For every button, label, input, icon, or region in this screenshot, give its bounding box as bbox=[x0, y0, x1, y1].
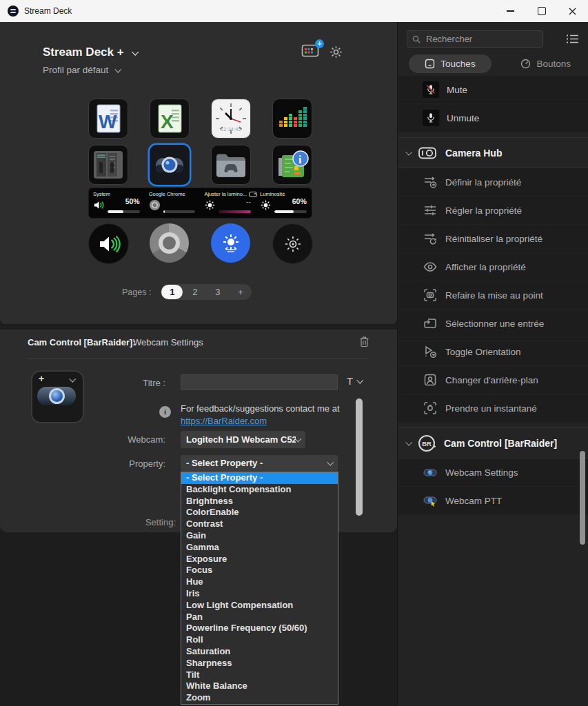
action-item-change-background[interactable]: Changer d'arrière-plan bbox=[398, 366, 588, 394]
dropdown-option[interactable]: Brightness bbox=[181, 496, 338, 507]
key-games-folder[interactable] bbox=[211, 145, 251, 185]
key-hardware-info[interactable]: i bbox=[272, 145, 312, 185]
dial-volume[interactable] bbox=[88, 223, 129, 264]
strip-segment-luminosite[interactable]: Luminosité 60% bbox=[256, 188, 312, 218]
chevron-down-icon bbox=[132, 48, 139, 55]
action-item-snapshot[interactable]: Prendre un instantané bbox=[398, 394, 588, 423]
svg-text:i: i bbox=[298, 154, 302, 165]
action-item-refocus[interactable]: Refaire la mise au point bbox=[398, 281, 588, 310]
property-select[interactable]: - Select Property - bbox=[181, 455, 338, 471]
title-label: Titre : bbox=[90, 378, 165, 388]
server-icon bbox=[89, 145, 128, 184]
action-item-webcam-ptt[interactable]: Webcam PTT bbox=[398, 487, 588, 515]
strip-segment-chrome[interactable]: Google Chrome bbox=[145, 188, 201, 218]
dropdown-option[interactable]: Hue bbox=[181, 576, 338, 588]
excel-icon: X bbox=[150, 99, 189, 138]
close-button[interactable] bbox=[557, 0, 588, 22]
action-item-mute[interactable]: Mute bbox=[398, 76, 588, 104]
dropdown-option[interactable]: Gain bbox=[181, 530, 338, 542]
speaker-icon bbox=[97, 232, 121, 256]
inspector-scrollbar[interactable] bbox=[356, 399, 363, 516]
group-header-cam-control[interactable]: BR Cam Control [BarRaider] bbox=[398, 427, 588, 458]
action-item-reset-property[interactable]: Réinitialiser la propriété bbox=[398, 225, 588, 253]
dropdown-option[interactable]: Focus bbox=[181, 565, 338, 576]
key-clock[interactable]: 12:34:45 bbox=[211, 99, 251, 139]
action-key-preview[interactable]: + bbox=[31, 370, 84, 423]
search-box[interactable] bbox=[407, 30, 543, 48]
key-webcam[interactable] bbox=[150, 145, 190, 185]
touch-strip: System 50% Google Chrome Ajuster la lumi… bbox=[88, 188, 312, 219]
device-selector[interactable]: Stream Deck + bbox=[43, 46, 137, 59]
action-item-show-property[interactable]: Afficher la propriété bbox=[398, 253, 588, 281]
divider bbox=[28, 358, 369, 359]
key-server[interactable] bbox=[88, 145, 128, 185]
action-label: Webcam Settings bbox=[445, 467, 518, 478]
delete-action-button[interactable] bbox=[359, 336, 369, 350]
dropdown-option[interactable]: Exposure bbox=[181, 554, 338, 565]
profile-selector[interactable]: Profil par défaut bbox=[43, 65, 120, 75]
sidebar-scrollbar[interactable] bbox=[580, 451, 585, 545]
dropdown-option[interactable]: ColorEnable bbox=[181, 507, 338, 518]
key-excel[interactable]: X bbox=[150, 99, 190, 139]
settings-button[interactable] bbox=[329, 45, 343, 62]
action-item-set-property[interactable]: Définir la propriété bbox=[398, 168, 588, 196]
camera-hub-icon bbox=[417, 146, 438, 160]
group-label: Camera Hub bbox=[445, 148, 502, 159]
dial-chrome[interactable] bbox=[150, 223, 189, 263]
action-item-webcam-settings[interactable]: Webcam Settings bbox=[398, 458, 588, 487]
add-page-button[interactable]: + bbox=[229, 287, 252, 297]
action-item-select-input[interactable]: Sélectionner une entrée bbox=[398, 310, 588, 338]
action-item-unmute[interactable]: Unmute bbox=[398, 104, 588, 132]
dropdown-option[interactable]: Powerline Frequency (50/60) bbox=[181, 623, 338, 634]
action-label: Changer d'arrière-plan bbox=[445, 375, 538, 385]
action-list: Mute Unmute bbox=[398, 76, 588, 132]
pages-control: Pages : 1 2 3 + bbox=[122, 284, 252, 300]
dropdown-option[interactable]: Pan bbox=[181, 612, 338, 623]
dropdown-option[interactable]: Low Light Compensation bbox=[181, 600, 338, 612]
eye-icon bbox=[423, 259, 438, 274]
dropdown-option[interactable]: Gamma bbox=[181, 542, 338, 554]
maximize-button[interactable] bbox=[526, 0, 557, 22]
dial-brightness-active[interactable] bbox=[211, 223, 250, 263]
page-1-button[interactable]: 1 bbox=[161, 285, 183, 299]
page-2-button[interactable]: 2 bbox=[183, 287, 206, 297]
dropdown-option[interactable]: Iris bbox=[181, 588, 338, 600]
group-header-camera-hub[interactable]: Camera Hub bbox=[398, 137, 588, 168]
sidebar-header bbox=[398, 22, 588, 48]
dropdown-option[interactable]: Contrast bbox=[181, 518, 338, 530]
tab-label: Touches bbox=[440, 59, 475, 69]
chevron-down-icon bbox=[295, 436, 301, 442]
title-input[interactable] bbox=[181, 374, 338, 390]
dropdown-option[interactable]: Saturation bbox=[181, 646, 338, 658]
dropdown-option[interactable]: Backlight Compensation bbox=[181, 484, 338, 496]
page-3-button[interactable]: 3 bbox=[206, 287, 229, 297]
webcam-select[interactable]: Logitech HD Webcam C525 (1... bbox=[181, 431, 305, 448]
key-equalizer[interactable] bbox=[272, 99, 312, 139]
minimize-button[interactable] bbox=[495, 0, 526, 22]
dropdown-option[interactable]: Roll bbox=[181, 634, 338, 646]
tab-label: Boutons bbox=[536, 59, 571, 69]
dial-brightness-inactive[interactable] bbox=[272, 223, 313, 264]
dropdown-option[interactable]: Sharpness bbox=[181, 658, 338, 669]
dropdown-option[interactable]: Zoom bbox=[181, 692, 338, 704]
dropdown-option[interactable]: Tilt bbox=[181, 669, 338, 681]
dropdown-option[interactable]: - Select Property - bbox=[181, 472, 338, 484]
action-label: Régler la propriété bbox=[445, 205, 522, 216]
barraider-link[interactable]: https://BarRaider.com bbox=[181, 416, 267, 426]
list-view-icon[interactable] bbox=[567, 34, 579, 44]
strip-segment-system[interactable]: System 50% bbox=[89, 188, 145, 218]
action-item-toggle-orientation[interactable]: Toggle Orientation bbox=[398, 338, 588, 366]
chevron-down-icon[interactable] bbox=[69, 376, 76, 383]
tab-boutons[interactable]: Boutons bbox=[520, 54, 571, 73]
window-controls bbox=[495, 0, 588, 22]
dropdown-option[interactable]: White Balance bbox=[181, 680, 338, 692]
add-key-button[interactable]: + bbox=[301, 43, 320, 61]
strip-segment-adjust-brightness[interactable]: Ajuster la lumino... -- bbox=[200, 188, 256, 218]
tab-touches[interactable]: Touches bbox=[409, 54, 491, 73]
action-name: Webcam Settings bbox=[133, 337, 203, 347]
action-item-adjust-property[interactable]: Régler la propriété bbox=[398, 196, 588, 225]
search-input[interactable] bbox=[425, 33, 538, 45]
font-button[interactable]: T bbox=[347, 375, 362, 387]
cam-control-actions: Webcam Settings Webcam PTT bbox=[398, 458, 588, 515]
key-word[interactable]: W bbox=[88, 99, 128, 139]
